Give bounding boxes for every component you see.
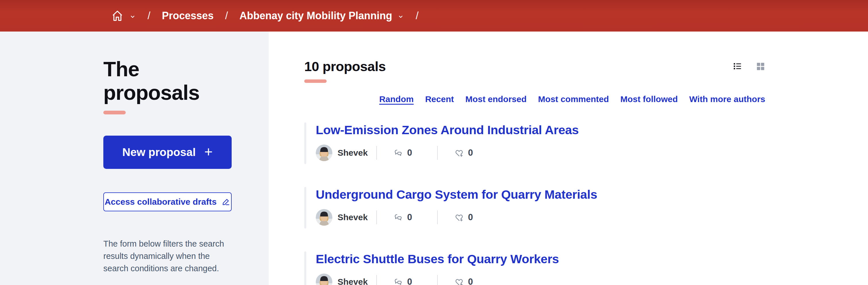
proposal-title-link[interactable]: Low-Emission Zones Around Industrial Are… <box>316 123 579 137</box>
home-dropdown-chevron-icon[interactable] <box>129 13 136 20</box>
list-view-icon[interactable] <box>733 61 742 71</box>
breadcrumb-separator: / <box>225 10 228 22</box>
comments-count: 0 <box>407 277 412 285</box>
sort-option-most-commented[interactable]: Most commented <box>538 94 609 104</box>
sort-option-most-endorsed[interactable]: Most endorsed <box>465 94 526 104</box>
endorsements-metric[interactable]: 0 <box>438 277 489 285</box>
sort-option-recent[interactable]: Recent <box>425 94 454 104</box>
comments-metric[interactable]: 0 <box>377 148 429 158</box>
breadcrumb-separator: / <box>415 10 418 22</box>
proposal-count-title: 10 proposals <box>304 59 386 74</box>
filter-help-text: The form below filters the search result… <box>103 238 231 275</box>
proposals-sidebar: The proposals New proposal + Access coll… <box>0 32 269 285</box>
breadcrumb-process-link[interactable]: Abbenay city Mobility Planning <box>239 10 392 22</box>
proposal-count-block: 10 proposals <box>304 59 386 83</box>
proposal-item: Underground Cargo System for Quarry Mate… <box>304 186 765 228</box>
comments-count: 0 <box>407 212 412 222</box>
endorsements-count: 0 <box>468 212 473 222</box>
sort-options: Random Recent Most endorsed Most comment… <box>304 94 765 104</box>
endorse-heart-icon <box>454 277 464 285</box>
endorsements-count: 0 <box>468 148 473 158</box>
sort-option-most-followed[interactable]: Most followed <box>620 94 678 104</box>
endorsements-count: 0 <box>468 277 473 285</box>
comments-metric[interactable]: 0 <box>377 212 429 222</box>
avatar[interactable] <box>316 274 332 285</box>
endorse-heart-icon <box>454 148 464 158</box>
avatar[interactable] <box>316 209 332 226</box>
endorsements-metric[interactable]: 0 <box>438 148 489 158</box>
author-name[interactable]: Shevek <box>338 212 368 222</box>
comments-icon <box>393 277 403 285</box>
author-name[interactable]: Shevek <box>338 277 368 285</box>
title-accent-bar <box>103 111 126 114</box>
grid-view-icon[interactable] <box>755 61 765 71</box>
endorsements-metric[interactable]: 0 <box>438 212 489 222</box>
page-title: The proposals <box>103 57 231 104</box>
proposal-item: Low-Emission Zones Around Industrial Are… <box>304 122 765 164</box>
view-toggle <box>733 61 765 71</box>
comments-icon <box>393 212 403 222</box>
comments-count: 0 <box>407 148 412 158</box>
new-proposal-label: New proposal <box>122 146 196 158</box>
proposal-title-link[interactable]: Underground Cargo System for Quarry Mate… <box>316 187 597 202</box>
proposal-meta-row: Shevek 0 <box>316 209 765 226</box>
breadcrumb-processes-link[interactable]: Processes <box>162 10 214 22</box>
breadcrumb: / Processes / Abbenay city Mobility Plan… <box>111 9 430 22</box>
count-accent-bar <box>304 79 327 83</box>
proposal-meta-row: Shevek 0 <box>316 274 765 285</box>
proposal-meta-row: Shevek 0 <box>316 144 765 161</box>
home-icon[interactable] <box>111 9 124 22</box>
breadcrumb-separator: / <box>148 10 150 22</box>
process-dropdown-chevron-icon[interactable] <box>397 13 404 20</box>
drafts-button-label: Access collaborative drafts <box>104 197 216 207</box>
new-proposal-button[interactable]: New proposal + <box>103 136 231 169</box>
avatar[interactable] <box>316 144 332 161</box>
sort-option-random[interactable]: Random <box>379 94 414 104</box>
proposal-item: Electric Shuttle Buses for Quarry Worker… <box>304 251 765 285</box>
proposal-title-link[interactable]: Electric Shuttle Buses for Quarry Worker… <box>316 252 559 266</box>
author-name[interactable]: Shevek <box>338 148 368 158</box>
comments-metric[interactable]: 0 <box>377 277 429 285</box>
pencil-icon <box>221 197 230 207</box>
proposal-list: Low-Emission Zones Around Industrial Are… <box>304 122 765 285</box>
plus-icon: + <box>205 144 213 159</box>
top-navigation-bar: / Processes / Abbenay city Mobility Plan… <box>0 0 868 32</box>
comments-icon <box>393 148 403 158</box>
access-collaborative-drafts-button[interactable]: Access collaborative drafts <box>103 192 231 211</box>
proposals-main-panel: 10 proposals <box>269 32 868 285</box>
endorse-heart-icon <box>454 212 464 222</box>
sort-option-with-more-authors[interactable]: With more authors <box>689 94 765 104</box>
